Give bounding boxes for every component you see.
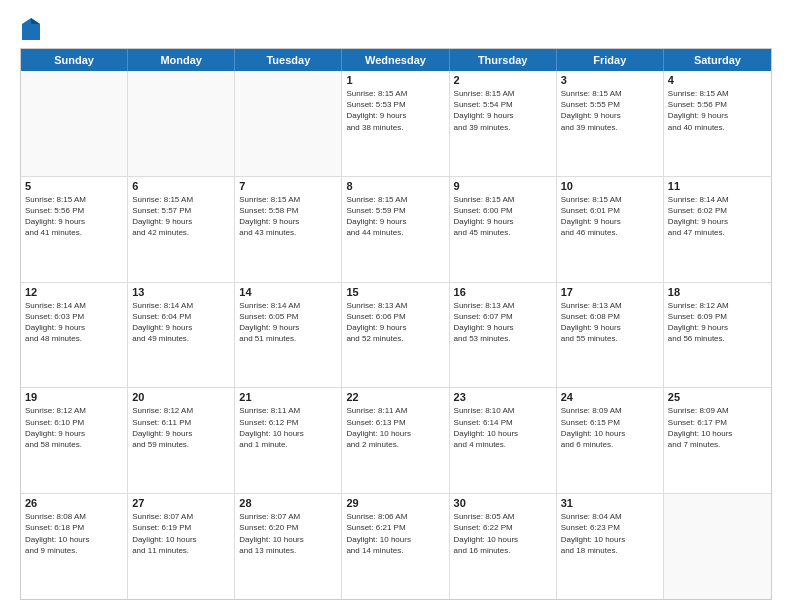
calendar-cell: 24Sunrise: 8:09 AM Sunset: 6:15 PM Dayli… [557,388,664,493]
calendar-cell [128,71,235,176]
day-number: 29 [346,497,444,509]
day-number: 7 [239,180,337,192]
cell-info: Sunrise: 8:05 AM Sunset: 6:22 PM Dayligh… [454,511,552,556]
calendar-cell: 7Sunrise: 8:15 AM Sunset: 5:58 PM Daylig… [235,177,342,282]
cell-info: Sunrise: 8:15 AM Sunset: 6:01 PM Dayligh… [561,194,659,239]
logo-icon [22,18,40,40]
cell-info: Sunrise: 8:13 AM Sunset: 6:06 PM Dayligh… [346,300,444,345]
day-number: 10 [561,180,659,192]
calendar-row: 5Sunrise: 8:15 AM Sunset: 5:56 PM Daylig… [21,176,771,282]
calendar-row: 26Sunrise: 8:08 AM Sunset: 6:18 PM Dayli… [21,493,771,599]
calendar-cell: 27Sunrise: 8:07 AM Sunset: 6:19 PM Dayli… [128,494,235,599]
calendar-cell: 18Sunrise: 8:12 AM Sunset: 6:09 PM Dayli… [664,283,771,388]
cell-info: Sunrise: 8:15 AM Sunset: 5:57 PM Dayligh… [132,194,230,239]
calendar-body: 1Sunrise: 8:15 AM Sunset: 5:53 PM Daylig… [21,71,771,599]
calendar-row: 1Sunrise: 8:15 AM Sunset: 5:53 PM Daylig… [21,71,771,176]
day-number: 17 [561,286,659,298]
weekday-header: Tuesday [235,49,342,71]
cell-info: Sunrise: 8:09 AM Sunset: 6:15 PM Dayligh… [561,405,659,450]
day-number: 12 [25,286,123,298]
calendar-cell: 12Sunrise: 8:14 AM Sunset: 6:03 PM Dayli… [21,283,128,388]
calendar-cell [21,71,128,176]
calendar-cell: 22Sunrise: 8:11 AM Sunset: 6:13 PM Dayli… [342,388,449,493]
calendar-cell: 15Sunrise: 8:13 AM Sunset: 6:06 PM Dayli… [342,283,449,388]
calendar-cell: 14Sunrise: 8:14 AM Sunset: 6:05 PM Dayli… [235,283,342,388]
calendar-cell: 16Sunrise: 8:13 AM Sunset: 6:07 PM Dayli… [450,283,557,388]
calendar-cell: 8Sunrise: 8:15 AM Sunset: 5:59 PM Daylig… [342,177,449,282]
cell-info: Sunrise: 8:13 AM Sunset: 6:07 PM Dayligh… [454,300,552,345]
calendar-cell: 30Sunrise: 8:05 AM Sunset: 6:22 PM Dayli… [450,494,557,599]
day-number: 19 [25,391,123,403]
cell-info: Sunrise: 8:14 AM Sunset: 6:04 PM Dayligh… [132,300,230,345]
cell-info: Sunrise: 8:15 AM Sunset: 5:56 PM Dayligh… [25,194,123,239]
day-number: 13 [132,286,230,298]
calendar-cell: 4Sunrise: 8:15 AM Sunset: 5:56 PM Daylig… [664,71,771,176]
day-number: 1 [346,74,444,86]
day-number: 26 [25,497,123,509]
calendar-cell: 31Sunrise: 8:04 AM Sunset: 6:23 PM Dayli… [557,494,664,599]
day-number: 20 [132,391,230,403]
cell-info: Sunrise: 8:15 AM Sunset: 6:00 PM Dayligh… [454,194,552,239]
cell-info: Sunrise: 8:15 AM Sunset: 5:55 PM Dayligh… [561,88,659,133]
calendar-cell: 5Sunrise: 8:15 AM Sunset: 5:56 PM Daylig… [21,177,128,282]
logo [20,18,40,40]
calendar: SundayMondayTuesdayWednesdayThursdayFrid… [20,48,772,600]
cell-info: Sunrise: 8:14 AM Sunset: 6:02 PM Dayligh… [668,194,767,239]
calendar-cell: 9Sunrise: 8:15 AM Sunset: 6:00 PM Daylig… [450,177,557,282]
day-number: 11 [668,180,767,192]
cell-info: Sunrise: 8:10 AM Sunset: 6:14 PM Dayligh… [454,405,552,450]
cell-info: Sunrise: 8:12 AM Sunset: 6:09 PM Dayligh… [668,300,767,345]
day-number: 21 [239,391,337,403]
calendar-header: SundayMondayTuesdayWednesdayThursdayFrid… [21,49,771,71]
cell-info: Sunrise: 8:13 AM Sunset: 6:08 PM Dayligh… [561,300,659,345]
calendar-row: 19Sunrise: 8:12 AM Sunset: 6:10 PM Dayli… [21,387,771,493]
calendar-cell: 28Sunrise: 8:07 AM Sunset: 6:20 PM Dayli… [235,494,342,599]
day-number: 4 [668,74,767,86]
calendar-cell [235,71,342,176]
calendar-cell [664,494,771,599]
day-number: 27 [132,497,230,509]
cell-info: Sunrise: 8:14 AM Sunset: 6:03 PM Dayligh… [25,300,123,345]
cell-info: Sunrise: 8:12 AM Sunset: 6:10 PM Dayligh… [25,405,123,450]
calendar-cell: 23Sunrise: 8:10 AM Sunset: 6:14 PM Dayli… [450,388,557,493]
weekday-header: Monday [128,49,235,71]
calendar-cell: 6Sunrise: 8:15 AM Sunset: 5:57 PM Daylig… [128,177,235,282]
cell-info: Sunrise: 8:15 AM Sunset: 5:58 PM Dayligh… [239,194,337,239]
weekday-header: Saturday [664,49,771,71]
calendar-cell: 19Sunrise: 8:12 AM Sunset: 6:10 PM Dayli… [21,388,128,493]
day-number: 25 [668,391,767,403]
weekday-header: Thursday [450,49,557,71]
cell-info: Sunrise: 8:14 AM Sunset: 6:05 PM Dayligh… [239,300,337,345]
day-number: 9 [454,180,552,192]
day-number: 22 [346,391,444,403]
calendar-cell: 1Sunrise: 8:15 AM Sunset: 5:53 PM Daylig… [342,71,449,176]
calendar-cell: 21Sunrise: 8:11 AM Sunset: 6:12 PM Dayli… [235,388,342,493]
cell-info: Sunrise: 8:04 AM Sunset: 6:23 PM Dayligh… [561,511,659,556]
day-number: 6 [132,180,230,192]
weekday-header: Friday [557,49,664,71]
day-number: 18 [668,286,767,298]
cell-info: Sunrise: 8:07 AM Sunset: 6:20 PM Dayligh… [239,511,337,556]
cell-info: Sunrise: 8:06 AM Sunset: 6:21 PM Dayligh… [346,511,444,556]
calendar-row: 12Sunrise: 8:14 AM Sunset: 6:03 PM Dayli… [21,282,771,388]
cell-info: Sunrise: 8:11 AM Sunset: 6:12 PM Dayligh… [239,405,337,450]
calendar-cell: 2Sunrise: 8:15 AM Sunset: 5:54 PM Daylig… [450,71,557,176]
cell-info: Sunrise: 8:07 AM Sunset: 6:19 PM Dayligh… [132,511,230,556]
weekday-header: Wednesday [342,49,449,71]
day-number: 8 [346,180,444,192]
calendar-cell: 3Sunrise: 8:15 AM Sunset: 5:55 PM Daylig… [557,71,664,176]
cell-info: Sunrise: 8:15 AM Sunset: 5:54 PM Dayligh… [454,88,552,133]
day-number: 16 [454,286,552,298]
calendar-cell: 11Sunrise: 8:14 AM Sunset: 6:02 PM Dayli… [664,177,771,282]
calendar-cell: 29Sunrise: 8:06 AM Sunset: 6:21 PM Dayli… [342,494,449,599]
cell-info: Sunrise: 8:09 AM Sunset: 6:17 PM Dayligh… [668,405,767,450]
header [20,18,772,40]
calendar-cell: 10Sunrise: 8:15 AM Sunset: 6:01 PM Dayli… [557,177,664,282]
cell-info: Sunrise: 8:12 AM Sunset: 6:11 PM Dayligh… [132,405,230,450]
page: SundayMondayTuesdayWednesdayThursdayFrid… [0,0,792,612]
day-number: 23 [454,391,552,403]
cell-info: Sunrise: 8:11 AM Sunset: 6:13 PM Dayligh… [346,405,444,450]
day-number: 28 [239,497,337,509]
day-number: 5 [25,180,123,192]
calendar-cell: 26Sunrise: 8:08 AM Sunset: 6:18 PM Dayli… [21,494,128,599]
